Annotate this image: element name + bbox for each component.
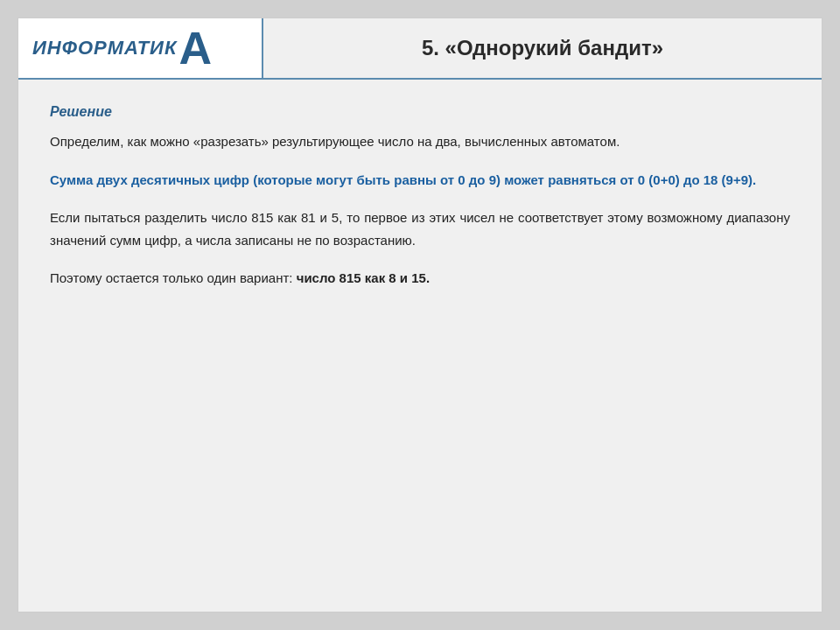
paragraph-4-start: Поэтому остается только один вариант: [50,270,297,285]
title-section: 5. «Однорукий бандит» [263,18,822,78]
slide-title: 5. «Однорукий бандит» [422,36,663,60]
slide: ИНФОРМАТИКА 5. «Однорукий бандит» Решени… [18,18,822,612]
logo-text: ИНФОРМАТИК [32,37,177,60]
header: ИНФОРМАТИКА 5. «Однорукий бандит» [18,18,822,80]
paragraph-4-bold: число 815 как 8 и 15. [297,270,430,285]
paragraph-1: Определим, как можно «разрезать» результ… [50,130,790,153]
section-heading: Решение [50,104,790,120]
logo-section: ИНФОРМАТИКА [18,18,263,78]
paragraph-4: Поэтому остается только один вариант: чи… [50,267,790,290]
paragraph-3: Если пытаться разделить число 815 как 81… [50,206,790,251]
content-area: Решение Определим, как можно «разрезать»… [18,80,822,612]
logo-big-a: А [178,25,212,71]
paragraph-2: Сумма двух десятичных цифр (которые могу… [50,169,790,192]
